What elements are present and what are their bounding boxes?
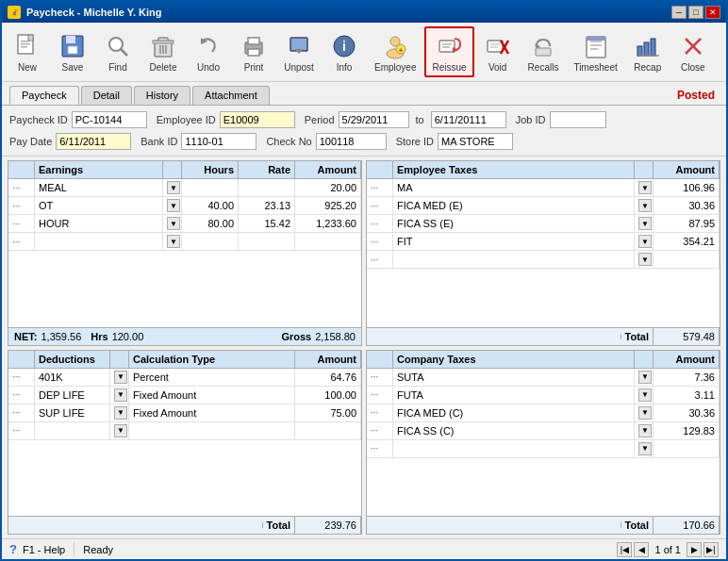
ded-name-3 (35, 422, 110, 439)
ded-dots-0[interactable]: ··· (8, 369, 35, 386)
svg-rect-12 (153, 41, 174, 43)
earnings-dd-3[interactable]: ▼ (163, 233, 182, 250)
info-button[interactable]: i Info (323, 27, 366, 76)
period-from-input[interactable] (339, 111, 409, 128)
etax-dots-2[interactable]: ··· (367, 215, 393, 232)
nav-prev-button[interactable]: ◀ (634, 542, 649, 557)
ctax-dots-4[interactable]: ··· (367, 440, 393, 457)
ded-name-2: SUP LIFE (35, 404, 110, 421)
svg-rect-45 (644, 42, 649, 56)
net-row: NET: 1,359.56 Hrs 120.00 Gross 2,158.80 (8, 327, 361, 345)
ctax-dd-0[interactable]: ▼ (635, 369, 654, 386)
ded-amount-0: 64.76 (295, 369, 361, 386)
void-button[interactable]: Void (476, 27, 520, 76)
ded-col-amount-hdr: Amount (295, 351, 361, 368)
ctax-name-4 (393, 440, 635, 457)
etax-dots-3[interactable]: ··· (367, 233, 393, 250)
etax-dd-4[interactable]: ▼ (635, 251, 654, 268)
title-bar-controls: ─ □ ✕ (671, 6, 720, 19)
save-button[interactable]: Save (51, 27, 94, 76)
earnings-hours-1: 40.00 (182, 197, 239, 214)
recap-icon (633, 31, 663, 61)
undo-button[interactable]: Undo (187, 27, 230, 76)
nav-first-button[interactable]: |◀ (617, 542, 632, 557)
etax-dd-1[interactable]: ▼ (635, 197, 654, 214)
nav-last-button[interactable]: ▶| (703, 542, 719, 557)
maximize-button[interactable]: □ (688, 6, 703, 19)
ctax-dots-2[interactable]: ··· (367, 404, 393, 421)
tab-paycheck[interactable]: Paycheck (9, 86, 79, 105)
etax-dots-4[interactable]: ··· (367, 251, 393, 268)
tab-attachment[interactable]: Attachment (192, 86, 270, 105)
earnings-dd-1[interactable]: ▼ (163, 197, 182, 214)
pay-date-input[interactable] (56, 133, 131, 150)
svg-rect-6 (66, 36, 75, 43)
period-to-input[interactable] (431, 111, 506, 128)
ded-dots-1[interactable]: ··· (8, 387, 35, 404)
etax-dd-2[interactable]: ▼ (635, 215, 654, 232)
bank-id-input[interactable] (181, 133, 256, 150)
ded-dd-3[interactable]: ▼ (110, 422, 129, 439)
reissue-button[interactable]: Reissue (424, 26, 473, 77)
etax-dots-0[interactable]: ··· (367, 179, 393, 196)
earnings-dd-2[interactable]: ▼ (163, 215, 182, 232)
earnings-dots-2[interactable]: ··· (8, 215, 35, 232)
tab-detail[interactable]: Detail (81, 86, 132, 105)
recap-button[interactable]: Recap (626, 27, 670, 76)
employee-icon: + (380, 31, 410, 61)
store-id-input[interactable] (438, 133, 513, 150)
ctax-dd-3[interactable]: ▼ (635, 422, 654, 439)
print-button[interactable]: Print (232, 27, 275, 76)
etax-col-amount-hdr: Amount (654, 161, 720, 178)
job-id-input[interactable] (550, 111, 606, 128)
ctax-dd-1[interactable]: ▼ (635, 387, 654, 404)
etax-dots-1[interactable]: ··· (367, 197, 393, 214)
svg-point-8 (109, 38, 123, 51)
ctax-total-label: Total (621, 517, 654, 534)
ctax-dots-0[interactable]: ··· (367, 369, 393, 386)
etax-dd-3[interactable]: ▼ (635, 233, 654, 250)
earnings-name-2: HOUR (35, 215, 163, 232)
timesheet-button[interactable]: Timesheet (567, 27, 623, 76)
earnings-amount-1: 925.20 (295, 197, 361, 214)
ded-dots-3[interactable]: ··· (8, 422, 35, 439)
employee-button[interactable]: + Employee (368, 27, 422, 76)
ctax-dots-1[interactable]: ··· (367, 387, 393, 404)
ded-dd-2[interactable]: ▼ (110, 404, 129, 421)
earnings-dots-0[interactable]: ··· (8, 179, 35, 196)
recalls-button[interactable]: Recalls (521, 27, 566, 76)
employee-id-group: Employee ID (157, 111, 295, 128)
etax-dd-0[interactable]: ▼ (635, 179, 654, 196)
earnings-header: Earnings Hours Rate Amount (8, 161, 361, 179)
title-bar: 💰 Paycheck - Michelle Y. King ─ □ ✕ (2, 2, 726, 23)
earnings-dots-1[interactable]: ··· (8, 197, 35, 214)
paycheck-id-label: Paycheck ID (9, 114, 68, 125)
unpost-button[interactable]: Unpost (277, 27, 321, 76)
close-toolbar-button[interactable]: Close (671, 27, 715, 76)
ded-name-0: 401K (35, 369, 110, 386)
earnings-panel: Earnings Hours Rate Amount ··· MEAL ▼ 20… (8, 160, 362, 346)
etax-footer-spacer (367, 334, 621, 339)
nav-next-button[interactable]: ▶ (687, 542, 702, 557)
delete-button[interactable]: Delete (141, 27, 185, 76)
ded-dd-1[interactable]: ▼ (110, 387, 129, 404)
window-close-button[interactable]: ✕ (705, 6, 720, 19)
employee-id-input[interactable] (220, 111, 295, 128)
tab-history[interactable]: History (134, 86, 190, 105)
ded-dd-0[interactable]: ▼ (110, 369, 129, 386)
ctax-dd-2[interactable]: ▼ (635, 404, 654, 421)
new-button[interactable]: New (6, 27, 49, 76)
employee-label: Employee (374, 62, 416, 73)
minimize-button[interactable]: ─ (671, 6, 687, 19)
ctax-dd-4[interactable]: ▼ (635, 440, 654, 457)
earnings-dots-3[interactable]: ··· (8, 233, 35, 250)
find-button[interactable]: Find (96, 27, 140, 76)
earnings-dd-0[interactable]: ▼ (163, 179, 182, 196)
etax-amount-4 (654, 251, 720, 268)
paycheck-id-input[interactable] (72, 111, 147, 128)
check-no-input[interactable] (316, 133, 387, 150)
svg-rect-18 (248, 38, 259, 44)
ctax-dots-3[interactable]: ··· (367, 422, 393, 439)
ded-dots-2[interactable]: ··· (8, 404, 35, 421)
svg-rect-19 (248, 49, 259, 56)
